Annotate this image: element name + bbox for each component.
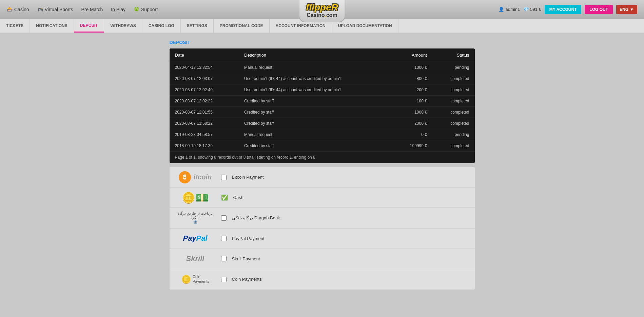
cell-date: 2020-04-18 13:32:54: [170, 62, 239, 73]
payment-logo-cash: 🪙💵: [175, 191, 216, 204]
cash-logo: 🪙💵: [182, 191, 209, 204]
chevron-down-icon: ▼: [630, 7, 634, 12]
payment-row-cash: 🪙💵 ✅ Cash: [170, 187, 475, 208]
cell-status: completed: [432, 140, 475, 152]
payment-logo-bitcoin: ₿ itcoin: [175, 171, 216, 183]
logo-text: flippeR: [306, 3, 338, 12]
table-row: 2018-09-19 18:17:39 Credited by staff 19…: [170, 140, 475, 152]
nav-in-play[interactable]: In Play: [111, 7, 125, 12]
nav-casino[interactable]: 🎰 Casino: [7, 7, 29, 12]
cell-date: 2020-03-07 12:02:40: [170, 84, 239, 96]
checkbox-coinpayments[interactable]: [221, 277, 227, 282]
cell-status: completed: [432, 84, 475, 96]
virtual-sports-icon: 🎮: [37, 7, 43, 12]
payment-row-skrill: Skrill Skrill Payment: [170, 249, 475, 269]
top-nav-right: 👤 admin1 💎 591 € MY ACCOUNT LOG OUT ENG …: [499, 5, 637, 14]
payment-row-coinpayments: 🪙 CoinPayments Coin Payments: [170, 269, 475, 290]
payment-label-cash: Cash: [233, 195, 243, 200]
table-row: 2020-04-18 13:32:54 Manual request 1000 …: [170, 62, 475, 73]
cell-amount: 1000 €: [393, 62, 432, 73]
cell-date: 2020-03-07 11:58:22: [170, 118, 239, 129]
checkbox-dargah[interactable]: [221, 215, 227, 221]
cell-date: 2020-03-07 12:03:07: [170, 73, 239, 84]
payment-label-bitcoin: Bitcoin Payment: [232, 175, 264, 180]
nav-virtual-sports[interactable]: 🎮 Virtual Sports: [37, 7, 73, 12]
nav-pre-match[interactable]: Pre Match: [81, 7, 103, 12]
tab-settings[interactable]: SETTINGS: [181, 19, 214, 33]
checkbox-cash[interactable]: ✅: [221, 194, 228, 201]
tab-casino-log[interactable]: CASINO LOG: [142, 19, 181, 33]
table-footer: Page 1 of 1, showing 8 records out of 8 …: [170, 152, 475, 163]
my-account-button[interactable]: MY ACCOUNT: [545, 5, 582, 14]
cell-amount: 1000 €: [393, 107, 432, 118]
logo-sub: Casino.com: [306, 12, 338, 18]
paypal-logo: PayPal: [183, 234, 207, 243]
table-row: 2020-03-07 12:02:22 Credited by staff 10…: [170, 96, 475, 107]
checkbox-skrill[interactable]: [221, 256, 227, 261]
cell-status: completed: [432, 96, 475, 107]
top-nav: 🎰 Casino 🎮 Virtual Sports Pre Match In P…: [0, 0, 644, 19]
top-nav-left: 🎰 Casino 🎮 Virtual Sports Pre Match In P…: [7, 7, 158, 12]
tab-deposit[interactable]: DEPOSIT: [74, 19, 104, 33]
deposit-table: Date Description Amount Status 2020-04-1…: [170, 48, 475, 152]
deposit-title: DEPOSIT: [170, 40, 475, 45]
table-row: 2020-03-07 12:02:40 User admin1 (ID: 44)…: [170, 84, 475, 96]
payment-label-paypal: PayPal Payment: [232, 236, 265, 241]
cell-amount: 199999 €: [393, 140, 432, 152]
payment-logo-paypal: PayPal: [175, 234, 216, 243]
payment-methods: ₿ itcoin Bitcoin Payment 🪙💵 ✅ Cash پرداخ…: [170, 167, 475, 290]
main-content: DEPOSIT Date Description Amount Status 2…: [119, 33, 526, 293]
bitcoin-logo: ₿ itcoin: [179, 171, 212, 183]
btc-circle: ₿: [179, 171, 191, 183]
table-header-row: Date Description Amount Status: [170, 48, 475, 62]
cell-status: completed: [432, 107, 475, 118]
cell-amount: 800 €: [393, 73, 432, 84]
tab-promotional-code[interactable]: PROMOTIONAL CODE: [214, 19, 270, 33]
checkbox-paypal[interactable]: [221, 236, 227, 241]
tab-withdraws[interactable]: WITHDRAWS: [104, 19, 142, 33]
username: admin1: [506, 7, 520, 12]
table-row: 2019-03-28 04:58:57 Manual request 0 € p…: [170, 129, 475, 140]
cell-description: Credited by staff: [239, 107, 393, 118]
cell-description: Manual request: [239, 62, 393, 73]
cell-date: 2020-03-07 12:02:22: [170, 96, 239, 107]
cell-amount: 200 €: [393, 84, 432, 96]
payment-logo-dargah: پرداخت از طریق درگاه بانکی 🏦: [175, 211, 216, 225]
balance-icon: 💎: [523, 7, 529, 12]
cell-amount: 2000 €: [393, 118, 432, 129]
cell-status: pending: [432, 129, 475, 140]
cell-description: Credited by staff: [239, 96, 393, 107]
cell-date: 2018-09-19 18:17:39: [170, 140, 239, 152]
payment-row-paypal: PayPal PayPal Payment: [170, 229, 475, 249]
logo: flippeR Casino.com: [298, 0, 346, 22]
deposit-table-container: Date Description Amount Status 2020-04-1…: [170, 48, 475, 163]
payment-label-skrill: Skrill Payment: [232, 256, 260, 261]
cell-description: Credited by staff: [239, 118, 393, 129]
tab-notifications[interactable]: NOTIFICATIONS: [30, 19, 74, 33]
casino-icon: 🎰: [7, 7, 13, 12]
lang-selector[interactable]: ENG ▼: [616, 5, 637, 14]
skrill-logo: Skrill: [186, 254, 204, 263]
payment-row-dargah: پرداخت از طریق درگاه بانکی 🏦 درگاه بانکی…: [170, 208, 475, 229]
cell-date: 2019-03-28 04:58:57: [170, 129, 239, 140]
payment-logo-skrill: Skrill: [175, 254, 216, 263]
balance-info: 💎 591 €: [523, 7, 541, 12]
payment-label-dargah: درگاه بانکی Dargah Bank: [232, 215, 280, 220]
support-icon: 🍀: [134, 7, 139, 12]
cell-description: User admin1 (ID: 44) account was credite…: [239, 73, 393, 84]
btc-text: itcoin: [194, 173, 212, 181]
dargah-logo: پرداخت از طریق درگاه بانکی 🏦: [175, 211, 216, 225]
checkbox-bitcoin[interactable]: [221, 175, 227, 180]
table-row: 2020-03-07 11:58:22 Credited by staff 20…: [170, 118, 475, 129]
nav-support[interactable]: 🍀 Support: [134, 7, 158, 12]
logout-button[interactable]: LOG OUT: [585, 5, 613, 14]
col-amount: Amount: [393, 48, 432, 62]
col-status: Status: [432, 48, 475, 62]
col-description: Description: [239, 48, 393, 62]
tab-tickets[interactable]: TICKETS: [0, 19, 30, 33]
cell-amount: 0 €: [393, 129, 432, 140]
cell-description: Credited by staff: [239, 140, 393, 152]
balance: 591 €: [530, 7, 541, 12]
user-info: 👤 admin1: [499, 7, 520, 12]
payment-logo-coinpayments: 🪙 CoinPayments: [175, 275, 216, 284]
